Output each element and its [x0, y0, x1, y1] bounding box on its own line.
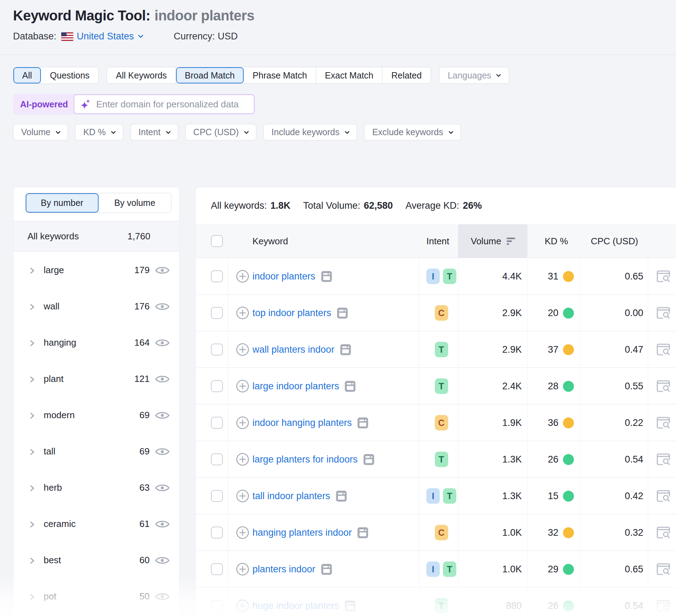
filter-exclude-keywords[interactable]: Exclude keywords: [364, 124, 461, 140]
serp-preview-icon[interactable]: [656, 563, 670, 576]
column-header-volume[interactable]: Volume: [471, 224, 515, 258]
filter-cpc-usd[interactable]: CPC (USD): [185, 124, 256, 140]
group-row-herb[interactable]: herb 63: [13, 470, 179, 506]
cpc-cell: 0.47: [580, 331, 643, 368]
keyword-link[interactable]: large planters for indoors: [252, 454, 358, 465]
group-row-plant[interactable]: plant 121: [13, 361, 179, 397]
add-keyword-button[interactable]: [236, 404, 249, 441]
row-checkbox[interactable]: [211, 478, 223, 514]
add-keyword-button[interactable]: [236, 295, 249, 331]
filter-volume[interactable]: Volume: [13, 124, 68, 140]
tab-related[interactable]: Related: [382, 67, 430, 83]
group-row-wall[interactable]: wall 176: [13, 288, 179, 325]
keyword-link[interactable]: hanging planters indoor: [252, 527, 352, 538]
filter-intent[interactable]: Intent: [130, 124, 178, 140]
row-checkbox[interactable]: [211, 368, 223, 404]
serp-icon[interactable]: [321, 564, 332, 575]
row-checkbox[interactable]: [211, 258, 223, 295]
eye-icon[interactable]: [155, 555, 170, 565]
row-checkbox[interactable]: [211, 587, 223, 616]
eye-icon[interactable]: [155, 483, 170, 493]
domain-input[interactable]: [95, 99, 248, 110]
sort-descending-icon: [506, 237, 515, 246]
add-keyword-button[interactable]: [236, 441, 249, 478]
database-select[interactable]: United States: [77, 31, 143, 42]
serp-preview-icon[interactable]: [656, 380, 670, 392]
serp-preview-icon[interactable]: [656, 270, 670, 283]
eye-icon[interactable]: [155, 338, 170, 348]
keyword-link[interactable]: indoor hanging planters: [252, 417, 352, 428]
keyword-link[interactable]: top indoor planters: [252, 308, 331, 319]
serp-preview-icon[interactable]: [656, 416, 670, 429]
eye-icon[interactable]: [155, 265, 170, 275]
eye-icon[interactable]: [155, 374, 170, 384]
row-checkbox[interactable]: [211, 331, 223, 368]
row-checkbox[interactable]: [211, 441, 223, 478]
serp-icon[interactable]: [357, 417, 368, 429]
serp-preview-icon[interactable]: [656, 599, 670, 612]
toggle-by-number[interactable]: By number: [26, 193, 99, 213]
select-all-checkbox[interactable]: [211, 224, 223, 258]
keyword-link[interactable]: wall planters indoor: [252, 344, 334, 355]
column-header-cpc[interactable]: CPC (USD): [591, 224, 638, 258]
serp-icon[interactable]: [336, 490, 347, 502]
serp-preview-icon[interactable]: [656, 490, 670, 502]
serp-icon[interactable]: [345, 600, 356, 612]
eye-icon[interactable]: [155, 302, 170, 312]
languages-dropdown[interactable]: Languages: [439, 67, 509, 84]
group-row-best[interactable]: best 60: [13, 542, 179, 578]
eye-icon[interactable]: [155, 447, 170, 457]
keyword-link[interactable]: huge indoor planters: [252, 601, 339, 611]
tab-all-keywords[interactable]: All Keywords: [107, 67, 176, 83]
serp-preview-icon[interactable]: [656, 343, 670, 356]
intent-badge-t: T: [435, 342, 448, 357]
column-header-intent[interactable]: Intent: [426, 224, 449, 258]
eye-icon[interactable]: [155, 410, 170, 420]
keyword-link[interactable]: planters indoor: [252, 564, 315, 575]
group-row-pot[interactable]: pot 50: [13, 578, 179, 615]
group-row-modern[interactable]: modern 69: [13, 397, 179, 433]
tab-questions[interactable]: Questions: [41, 67, 99, 83]
group-row-large[interactable]: large 179: [13, 252, 179, 288]
add-keyword-button[interactable]: [236, 478, 249, 514]
add-keyword-button[interactable]: [236, 331, 249, 368]
serp-icon[interactable]: [340, 344, 351, 356]
add-keyword-button[interactable]: [236, 514, 249, 551]
add-keyword-button[interactable]: [236, 551, 249, 587]
serp-icon[interactable]: [345, 381, 356, 392]
filter-include-keywords[interactable]: Include keywords: [263, 124, 357, 140]
keyword-link[interactable]: tall indoor planters: [252, 491, 330, 502]
group-row-hanging[interactable]: hanging 164: [13, 325, 179, 361]
add-keyword-button[interactable]: [236, 587, 249, 616]
serp-preview-icon[interactable]: [656, 453, 670, 466]
tab-all[interactable]: All: [13, 67, 41, 83]
column-header-kd[interactable]: KD %: [545, 224, 568, 258]
serp-icon[interactable]: [337, 307, 348, 319]
tab-exact-match[interactable]: Exact Match: [316, 67, 383, 83]
serp-preview-icon[interactable]: [656, 307, 670, 319]
serp-preview-icon[interactable]: [656, 526, 670, 539]
eye-icon[interactable]: [155, 519, 170, 529]
group-row-tall[interactable]: tall 69: [13, 433, 179, 470]
serp-icon[interactable]: [357, 527, 368, 539]
group-row-ceramic[interactable]: ceramic 61: [13, 506, 179, 542]
serp-icon[interactable]: [363, 454, 374, 465]
keyword-link[interactable]: indoor planters: [252, 271, 315, 282]
filter-kd[interactable]: KD %: [75, 124, 123, 140]
column-header-keyword[interactable]: Keyword: [252, 224, 288, 258]
row-checkbox[interactable]: [211, 551, 223, 587]
keyword-link[interactable]: large indoor planters: [252, 381, 339, 392]
all-keywords-group[interactable]: All keywords 1,760: [13, 221, 179, 252]
row-checkbox[interactable]: [211, 295, 223, 331]
row-checkbox[interactable]: [211, 404, 223, 441]
eye-icon[interactable]: [155, 592, 170, 602]
toggle-by-volume[interactable]: By volume: [99, 193, 171, 213]
tab-phrase-match[interactable]: Phrase Match: [244, 67, 316, 83]
tab-broad-match[interactable]: Broad Match: [176, 67, 244, 83]
currency-label: Currency:USD: [174, 31, 238, 42]
add-keyword-button[interactable]: [236, 368, 249, 404]
intent-cell: C: [426, 295, 457, 331]
add-keyword-button[interactable]: [236, 258, 249, 295]
row-checkbox[interactable]: [211, 514, 223, 551]
serp-icon[interactable]: [321, 271, 332, 282]
